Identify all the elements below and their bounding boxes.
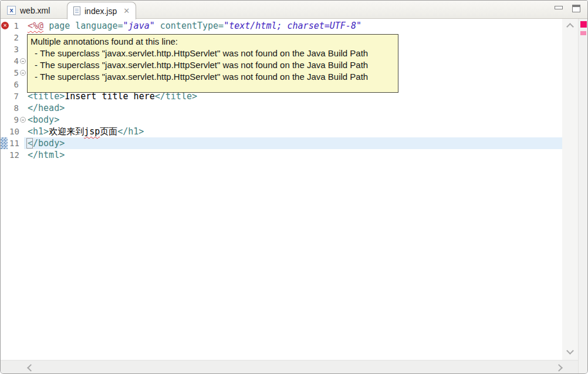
marker-cell xyxy=(1,90,9,102)
marker-cell: ✕ xyxy=(1,20,9,32)
line-number: 3 xyxy=(9,43,19,55)
code-segment: page xyxy=(49,21,70,31)
overview-error-marker[interactable] xyxy=(580,21,587,28)
ruler-row[interactable]: 10 xyxy=(1,126,26,137)
ruler-row[interactable]: 11 xyxy=(1,137,26,149)
marker-cell xyxy=(1,79,9,90)
marker-cell xyxy=(1,137,9,149)
overview-secondary-marker[interactable] xyxy=(580,31,586,35)
editor-area[interactable]: ✕123456789101112 <%@ page language="java… xyxy=(1,19,562,360)
tooltip-item: - The superclass "javax.servlet.http.Htt… xyxy=(31,59,395,71)
scroll-right-icon[interactable] xyxy=(555,364,563,372)
marker-cell xyxy=(1,149,9,161)
ruler-row[interactable]: ✕1 xyxy=(1,20,26,32)
ruler-row[interactable]: 7 xyxy=(1,90,26,102)
line-number-ruler[interactable]: ✕123456789101112 xyxy=(1,20,26,161)
overview-ruler[interactable] xyxy=(578,19,588,374)
fold-cell xyxy=(19,79,26,90)
fold-cell xyxy=(19,114,26,126)
line-number: 9 xyxy=(9,114,19,126)
ruler-row[interactable]: 4 xyxy=(1,55,26,67)
tab-index-jsp[interactable]: index.jsp ✕ xyxy=(67,2,136,19)
annotation-tooltip: Multiple annotations found at this line:… xyxy=(27,34,398,93)
code-segment: <body> xyxy=(28,114,59,125)
code-segment: language= xyxy=(75,21,123,31)
minimize-icon[interactable] xyxy=(555,6,563,9)
ruler-row[interactable]: 2 xyxy=(1,32,26,43)
code-segment xyxy=(70,21,75,31)
ruler-row[interactable]: 12 xyxy=(1,149,26,161)
fold-cell xyxy=(19,20,26,32)
fold-cell xyxy=(19,102,26,114)
marker-cell xyxy=(1,102,9,114)
ruler-row[interactable]: 9 xyxy=(1,114,26,126)
editor-window: x web.xml index.jsp ✕ ✕123456789101112 <… xyxy=(0,0,588,374)
code-line[interactable]: </html> xyxy=(28,149,361,161)
ruler-row[interactable]: 5 xyxy=(1,67,26,79)
code-segment: <h1> xyxy=(28,126,49,137)
code-segment: 页面 xyxy=(100,126,117,137)
marker-cell xyxy=(1,32,9,43)
ruler-row[interactable]: 8 xyxy=(1,102,26,114)
code-line[interactable]: </head> xyxy=(28,102,361,114)
code-segment: contentType= xyxy=(160,21,224,31)
code-segment: </body> xyxy=(28,138,65,149)
close-icon[interactable]: ✕ xyxy=(123,7,130,15)
fold-cell xyxy=(19,55,26,67)
horizontal-scrollbar[interactable] xyxy=(1,360,578,374)
line-number: 7 xyxy=(9,90,19,102)
fold-cell xyxy=(19,126,27,137)
scroll-down-icon[interactable] xyxy=(566,347,574,355)
tab-label: web.xml xyxy=(20,6,50,15)
code-line[interactable]: <h1>欢迎来到jsp页面</h1> xyxy=(28,126,361,137)
code-segment xyxy=(43,21,49,31)
fold-cell xyxy=(19,67,26,79)
tab-web-xml[interactable]: x web.xml xyxy=(2,2,59,18)
scroll-left-icon[interactable] xyxy=(27,364,35,372)
tooltip-item: - The superclass "javax.servlet.http.Htt… xyxy=(31,71,395,83)
code-line[interactable]: <%@ page language="java" contentType="te… xyxy=(28,20,361,32)
marker-cell xyxy=(1,43,9,55)
tooltip-title: Multiple annotations found at this line: xyxy=(31,36,395,48)
bracket-match-box xyxy=(26,138,33,149)
fold-cell xyxy=(19,137,27,149)
code-segment: 欢迎来到 xyxy=(49,126,84,137)
marker-cell xyxy=(1,114,9,126)
code-segment: jsp xyxy=(84,126,100,137)
fold-collapse-icon[interactable] xyxy=(20,70,26,76)
line-number: 5 xyxy=(9,67,19,79)
marker-cell xyxy=(1,67,9,79)
code-line[interactable]: </body> xyxy=(28,137,361,149)
marker-cell xyxy=(1,55,9,67)
ruler-row[interactable]: 6 xyxy=(1,79,26,90)
line-number: 8 xyxy=(9,102,19,114)
jsp-file-icon xyxy=(73,6,80,15)
code-segment: </head> xyxy=(28,103,65,113)
error-icon[interactable]: ✕ xyxy=(1,22,9,29)
fold-cell xyxy=(19,90,26,102)
tab-bar: x web.xml index.jsp ✕ xyxy=(1,1,587,19)
ruler-row[interactable]: 3 xyxy=(1,43,26,55)
line-number: 1 xyxy=(9,20,19,32)
fold-collapse-icon[interactable] xyxy=(20,117,26,123)
code-segment: </html> xyxy=(28,150,65,160)
fold-cell xyxy=(19,149,27,161)
view-controls xyxy=(555,5,580,12)
line-number: 11 xyxy=(9,137,19,149)
code-segment: "text/html; charset=UTF-8" xyxy=(224,21,361,31)
fold-cell xyxy=(19,43,26,55)
code-line[interactable]: <body> xyxy=(28,114,361,126)
code-segment xyxy=(155,21,160,31)
line-number: 4 xyxy=(9,55,19,67)
code-segment: </h1> xyxy=(117,126,144,137)
marker-cell xyxy=(1,126,9,137)
scroll-up-icon[interactable] xyxy=(566,23,574,31)
fold-cell xyxy=(19,32,26,43)
fold-collapse-icon[interactable] xyxy=(20,58,26,64)
vertical-scrollbar[interactable] xyxy=(562,19,578,360)
line-number: 12 xyxy=(9,149,19,161)
line-number: 6 xyxy=(9,79,19,90)
xml-file-icon: x xyxy=(7,6,16,15)
tooltip-item: - The superclass "javax.servlet.http.Htt… xyxy=(31,48,395,59)
maximize-icon[interactable] xyxy=(572,5,580,12)
